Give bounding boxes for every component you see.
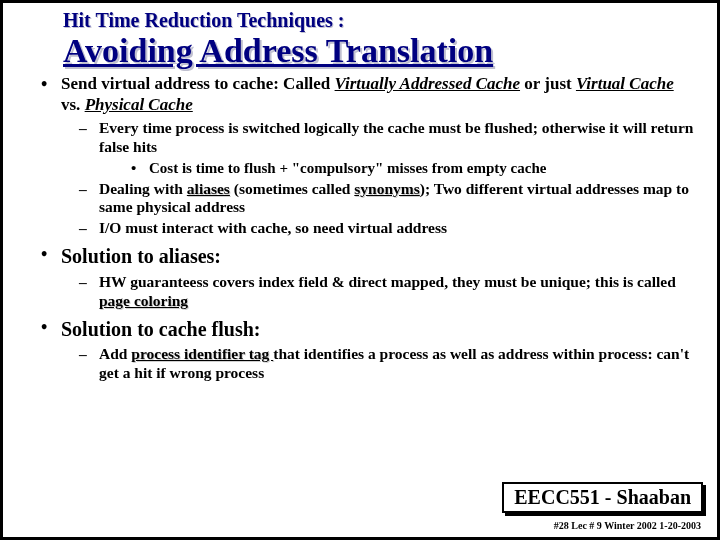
sub-1-3: I/O must interact with cache, so need vi… [79,219,697,238]
text: (sometimes called [230,180,354,197]
bullet-1: Send virtual address to cache: Called Vi… [31,74,697,238]
slide-subtitle: Hit Time Reduction Techniques : [63,9,697,32]
slide-frame: Hit Time Reduction Techniques : Avoiding… [0,0,720,540]
footer-meta: #28 Lec # 9 Winter 2002 1-20-2003 [554,520,701,531]
text: Solution to cache flush: [61,318,260,340]
text: Add [99,345,131,362]
slide-content: Send virtual address to cache: Called Vi… [3,70,717,383]
text: Send virtual address to cache: Called [61,74,335,93]
term-aliases: aliases [187,180,230,197]
slide-title: Avoiding Address Translation [63,32,697,70]
bullet-2: Solution to aliases: HW guaranteess cove… [31,244,697,310]
term-pc: Physical Cache [85,95,193,114]
text: Solution to aliases: [61,245,221,267]
sub-2-1: HW guaranteess covers index field & dire… [79,273,697,311]
text: HW guaranteess covers index field & dire… [99,273,676,290]
text: vs. [61,95,85,114]
sub-1-2: Dealing with aliases (sometimes called s… [79,180,697,218]
term-vac: Virtually Addressed Cache [335,74,520,93]
bullet-3: Solution to cache flush: Add process ide… [31,317,697,383]
text: Every time process is switched logically… [99,119,693,155]
text: or just [520,74,576,93]
sub-1-1: Every time process is switched logically… [79,119,697,177]
sub-3-1: Add process identifier tag that identifi… [79,345,697,383]
sub-1-1-a: Cost is time to flush + "compulsory" mis… [131,159,697,177]
term-page-coloring: page coloring [99,292,188,309]
term-vc: Virtual Cache [576,74,674,93]
course-box: EECC551 - Shaaban [502,482,703,513]
text: Dealing with [99,180,187,197]
term-pid-tag: process identifier tag [131,345,273,362]
term-synonyms: synonyms [354,180,419,197]
slide-header: Hit Time Reduction Techniques : Avoiding… [3,3,717,70]
